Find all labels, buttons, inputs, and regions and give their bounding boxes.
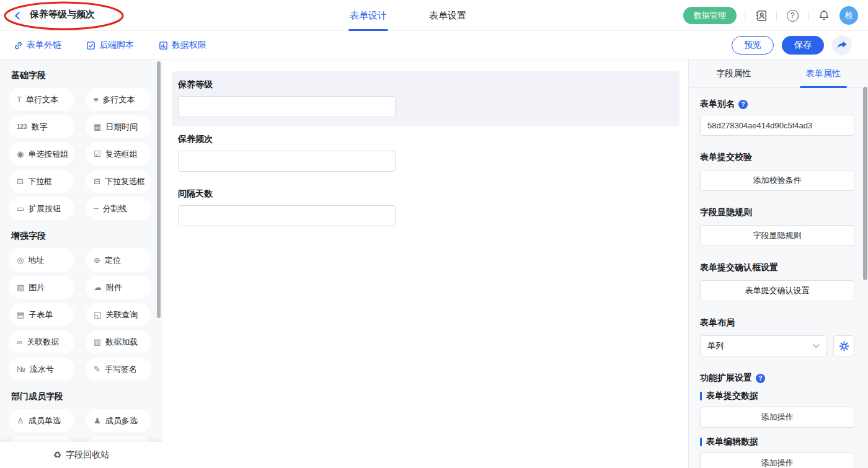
field-type-location[interactable]: ⊕定位 bbox=[86, 249, 151, 272]
tab-form-design[interactable]: 表单设计 bbox=[348, 0, 388, 31]
submit-data-add-action-button[interactable]: 添加操作 bbox=[700, 407, 854, 428]
pen-icon: ✎ bbox=[94, 365, 100, 373]
pill-label: 成员多选 bbox=[105, 415, 138, 426]
properties-panel: 字段属性 表单属性 表单别名 ? 表单提交校验 添加校验条件 字段显隐规则 字段… bbox=[688, 60, 868, 468]
help-icon[interactable]: ? bbox=[785, 8, 800, 23]
script-icon bbox=[86, 41, 95, 50]
help-badge-icon[interactable]: ? bbox=[738, 100, 748, 109]
pill-label: 单行文本 bbox=[26, 94, 58, 105]
field-type-signature[interactable]: ✎手写签名 bbox=[86, 358, 151, 381]
field-type-extend-button[interactable]: ▭扩展按钮 bbox=[9, 197, 74, 220]
edit-data-title: 表单编辑数据 bbox=[706, 436, 758, 448]
tab-field-properties[interactable]: 字段属性 bbox=[689, 60, 779, 87]
add-validation-button[interactable]: 添加校验条件 bbox=[700, 170, 854, 191]
extension-settings-title: 功能扩展设置 bbox=[700, 373, 752, 384]
field-type-multi-line-text[interactable]: ≡多行文本 bbox=[86, 88, 151, 111]
pill-label: 下拉框 bbox=[28, 176, 52, 187]
share-button[interactable] bbox=[832, 35, 852, 55]
bell-icon[interactable] bbox=[817, 8, 831, 23]
field-type-dropdown-multi[interactable]: ⊟下拉复选框 bbox=[86, 170, 151, 193]
canvas-field-maintenance-frequency[interactable]: 保养频次 bbox=[172, 126, 680, 180]
layout-settings-button[interactable] bbox=[833, 335, 854, 356]
field-type-relation-query[interactable]: ◱关联查询 bbox=[86, 303, 151, 326]
field-type-checkbox-group[interactable]: ☑复选框组 bbox=[86, 143, 151, 166]
field-visibility-button[interactable]: 字段显隐规则 bbox=[700, 225, 854, 246]
pill-label: 附件 bbox=[106, 282, 122, 293]
field-type-serial-number[interactable]: №流水号 bbox=[9, 358, 74, 381]
form-alias-input[interactable] bbox=[700, 115, 854, 136]
field-type-datetime[interactable]: ▦日期时间 bbox=[86, 115, 151, 138]
button-icon: ▭ bbox=[17, 205, 24, 213]
field-type-dropdown[interactable]: ⊡下拉框 bbox=[9, 170, 74, 193]
pill-label: 手写签名 bbox=[105, 364, 137, 375]
layout-select[interactable]: 单列 bbox=[700, 335, 827, 356]
data-permission-link[interactable]: 数据权限 bbox=[159, 40, 206, 51]
field-type-subform[interactable]: ▤子表单 bbox=[9, 303, 74, 326]
canvas-field-interval-days[interactable]: 间隔天数 bbox=[172, 180, 680, 235]
edit-data-add-action-button[interactable]: 添加操作 bbox=[700, 453, 854, 468]
serial-number-icon: № bbox=[17, 365, 25, 373]
submit-confirm-button[interactable]: 表单提交确认设置 bbox=[700, 280, 854, 301]
radio-icon: ◉ bbox=[17, 150, 24, 158]
field-type-image[interactable]: ▧图片 bbox=[9, 276, 74, 299]
panel-scrollbar[interactable] bbox=[863, 87, 867, 280]
form-layout-title: 表单布局 bbox=[700, 317, 854, 329]
tab-label: 字段属性 bbox=[716, 68, 751, 79]
layout-selected-value: 单列 bbox=[707, 340, 724, 351]
person-icon: ♙ bbox=[17, 417, 24, 425]
field-type-member-multi[interactable]: ♟成员多选 bbox=[86, 409, 151, 432]
pill-label: 流水号 bbox=[30, 364, 54, 375]
pill-label: 日期时间 bbox=[105, 121, 138, 133]
field-input[interactable] bbox=[178, 151, 396, 172]
field-palette-sidebar: 基础字段 T单行文本 ≡多行文本 123数字 ▦日期时间 ◉单选按钮组 ☑复选框… bbox=[0, 60, 162, 468]
data-manage-button[interactable]: 数据管理 bbox=[683, 7, 737, 24]
form-designer-app: 保养等级与频次 表单设计 表单设置 数据管理 ? bbox=[0, 0, 868, 468]
tab-form-settings[interactable]: 表单设置 bbox=[428, 0, 467, 31]
field-type-address[interactable]: ◎地址 bbox=[9, 249, 74, 272]
calendar-icon: ▦ bbox=[94, 123, 101, 131]
back-button[interactable] bbox=[11, 9, 24, 22]
form-external-link[interactable]: 表单外链 bbox=[14, 40, 61, 51]
field-type-radio-group[interactable]: ◉单选按钮组 bbox=[9, 143, 74, 166]
text-icon: T bbox=[17, 95, 22, 104]
preview-button[interactable]: 预览 bbox=[732, 36, 774, 55]
tab-form-properties[interactable]: 表单属性 bbox=[779, 60, 868, 87]
permission-icon bbox=[159, 41, 168, 50]
field-type-data-load[interactable]: ▥数据加载 bbox=[86, 330, 151, 353]
field-type-number[interactable]: 123数字 bbox=[9, 115, 74, 138]
sidebar-scrollbar[interactable] bbox=[157, 61, 161, 318]
pill-label: 数字 bbox=[32, 121, 48, 133]
page-title[interactable]: 保养等级与频次 bbox=[30, 9, 95, 22]
field-type-member-single[interactable]: ♙成员单选 bbox=[9, 409, 74, 432]
backend-script-link[interactable]: 后端脚本 bbox=[86, 40, 134, 51]
header-tabs: 表单设计 表单设置 bbox=[348, 0, 467, 31]
field-type-attachment[interactable]: ☁附件 bbox=[86, 276, 151, 299]
crosshair-icon: ⊕ bbox=[94, 256, 100, 264]
form-toolbar: 表单外链 后端脚本 数据权限 预览 保存 bbox=[0, 31, 868, 60]
field-recycle-bin[interactable]: ♻ 字段回收站 bbox=[0, 442, 162, 468]
chevron-down-icon bbox=[813, 344, 820, 348]
field-input[interactable] bbox=[178, 96, 396, 117]
field-type-single-line-text[interactable]: T单行文本 bbox=[9, 88, 74, 111]
help-badge-icon[interactable]: ? bbox=[756, 374, 765, 383]
canvas-field-maintenance-level[interactable]: 保养等级 bbox=[172, 71, 680, 126]
accent-bar bbox=[700, 438, 702, 446]
avatar[interactable]: 检 bbox=[839, 6, 858, 25]
pill-label: 扩展按钮 bbox=[29, 203, 61, 214]
form-alias-label: 表单别名 bbox=[700, 99, 735, 110]
bar-chart-icon: ▥ bbox=[94, 338, 101, 346]
share-arrow-icon bbox=[837, 41, 847, 50]
field-input[interactable] bbox=[178, 205, 396, 226]
dropdown-icon: ⊡ bbox=[17, 177, 24, 185]
field-type-relation-data[interactable]: ∞关联数据 bbox=[9, 330, 74, 353]
save-button[interactable]: 保存 bbox=[782, 36, 824, 55]
pill-label: 下拉复选框 bbox=[105, 176, 145, 187]
address-book-icon[interactable] bbox=[753, 8, 768, 23]
section-title-enhanced-fields: 增强字段 bbox=[9, 231, 156, 242]
people-icon: ♟ bbox=[94, 417, 101, 425]
tab-label: 表单设计 bbox=[350, 10, 387, 22]
field-label: 保养频次 bbox=[178, 134, 673, 145]
multiline-icon: ≡ bbox=[94, 95, 99, 104]
pill-label: 单选按钮组 bbox=[28, 149, 68, 160]
field-type-divider-line[interactable]: ┄分割线 bbox=[86, 197, 151, 220]
